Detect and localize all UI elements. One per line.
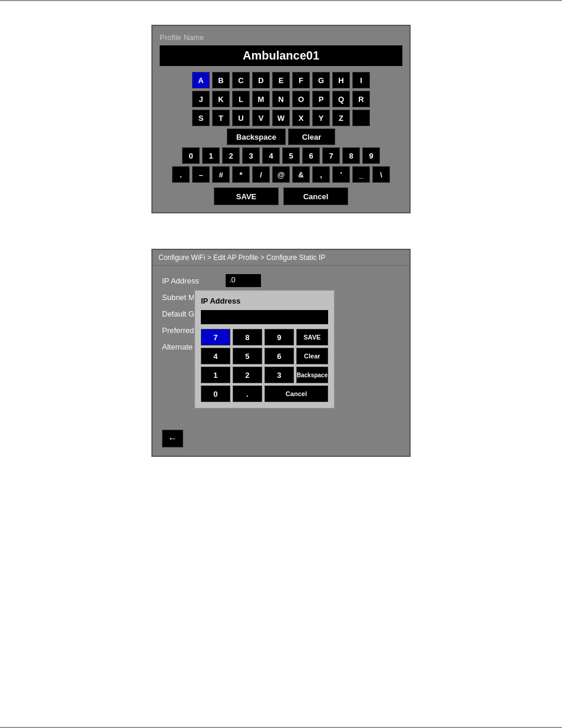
ip-input-field[interactable] [201,310,328,324]
ip-address-label: IP Address [162,276,221,285]
key-A[interactable]: A [192,72,210,88]
numbers-row: 0 1 2 3 4 5 6 7 8 9 [182,147,380,164]
numpad: 7 8 9 SAVE 4 5 6 Clear 1 2 3 Backspace 0 [201,329,328,402]
key-U[interactable]: U [232,110,250,126]
key-backslash[interactable]: \ [372,166,390,183]
key-4[interactable]: 4 [262,147,280,164]
key-slash[interactable]: / [252,166,270,183]
key-B[interactable]: B [212,72,230,88]
key-D[interactable]: D [252,72,270,88]
keyboard-section: A B C D E F G H I J K L M N O P Q R [160,72,402,205]
numpad-3[interactable]: 3 [265,367,294,383]
ip-address-value: .0 [226,274,261,287]
numpad-save[interactable]: SAVE [296,329,328,345]
key-0[interactable]: 0 [182,147,200,164]
key-7[interactable]: 7 [322,147,340,164]
key-Z[interactable]: Z [332,110,350,126]
key-comma[interactable]: , [312,166,330,183]
numpad-6[interactable]: 6 [265,348,294,364]
numpad-0[interactable]: 0 [201,386,230,402]
backspace-button[interactable]: Backspace [227,129,286,145]
key-P[interactable]: P [312,91,330,107]
numpad-cancel[interactable]: Cancel [265,386,328,402]
key-Y[interactable]: Y [312,110,330,126]
numpad-4[interactable]: 4 [201,348,230,364]
key-8[interactable]: 8 [342,147,360,164]
ip-address-popup: IP Address 7 8 9 SAVE 4 5 6 Clear 1 2 [194,289,335,409]
cancel-button[interactable]: Cancel [283,187,348,205]
key-C[interactable]: C [232,72,250,88]
back-button[interactable]: ← [162,430,183,447]
key-space[interactable] [352,110,370,126]
key-underscore[interactable]: _ [352,166,370,183]
numpad-dot[interactable]: . [233,386,262,402]
key-W[interactable]: W [272,110,290,126]
key-E[interactable]: E [272,72,290,88]
clear-button-top[interactable]: Clear [288,129,335,145]
key-at[interactable]: @ [272,166,290,183]
key-M[interactable]: M [252,91,270,107]
key-dash[interactable]: – [192,166,210,183]
key-T[interactable]: T [212,110,230,126]
key-O[interactable]: O [292,91,310,107]
key-hash[interactable]: # [212,166,230,183]
numpad-clear[interactable]: Clear [296,348,328,364]
profile-name-panel: Profile Name Ambulance01 A B C D E F G H… [151,25,411,213]
save-cancel-row: SAVE Cancel [214,187,348,205]
keyboard-row-3: S T U V W X Y Z [192,110,370,126]
keyboard-row-2: J K L M N O P Q R [192,91,370,107]
key-amp[interactable]: & [292,166,310,183]
key-2[interactable]: 2 [222,147,240,164]
numpad-9[interactable]: 9 [265,329,294,345]
key-9[interactable]: 9 [362,147,380,164]
numpad-7[interactable]: 7 [201,329,230,345]
key-X[interactable]: X [292,110,310,126]
key-5[interactable]: 5 [282,147,300,164]
key-H[interactable]: H [332,72,350,88]
profile-name-display: Ambulance01 [160,45,402,66]
key-J[interactable]: J [192,91,210,107]
key-K[interactable]: K [212,91,230,107]
key-N[interactable]: N [272,91,290,107]
key-R[interactable]: R [352,91,370,107]
numpad-5[interactable]: 5 [233,348,262,364]
key-1[interactable]: 1 [202,147,220,164]
keyboard-row-1: A B C D E F G H I [192,72,370,88]
key-S[interactable]: S [192,110,210,126]
key-G[interactable]: G [312,72,330,88]
backspace-clear-row: Backspace Clear [160,129,402,145]
key-dot[interactable]: . [172,166,190,183]
config-body: IP Address .0 Subnet Ma .0 Default Ga .0… [153,266,409,456]
config-row-ip: IP Address .0 [162,274,400,287]
numpad-2[interactable]: 2 [233,367,262,383]
key-3[interactable]: 3 [242,147,260,164]
key-F[interactable]: F [292,72,310,88]
profile-label: Profile Name [160,33,402,42]
key-star[interactable]: * [232,166,250,183]
symbols-row: . – # * / @ & , ' _ \ [172,166,390,183]
numpad-1[interactable]: 1 [201,367,230,383]
key-V[interactable]: V [252,110,270,126]
breadcrumb: Configure WiFi > Edit AP Profile > Confi… [153,250,409,266]
key-I[interactable]: I [352,72,370,88]
save-button[interactable]: SAVE [214,187,279,205]
numpad-8[interactable]: 8 [233,329,262,345]
ip-popup-title: IP Address [201,297,328,305]
key-L[interactable]: L [232,91,250,107]
key-Q[interactable]: Q [332,91,350,107]
configure-wifi-panel: Configure WiFi > Edit AP Profile > Confi… [151,249,411,457]
key-6[interactable]: 6 [302,147,320,164]
numpad-backspace[interactable]: Backspace [296,367,328,383]
key-apos[interactable]: ' [332,166,350,183]
